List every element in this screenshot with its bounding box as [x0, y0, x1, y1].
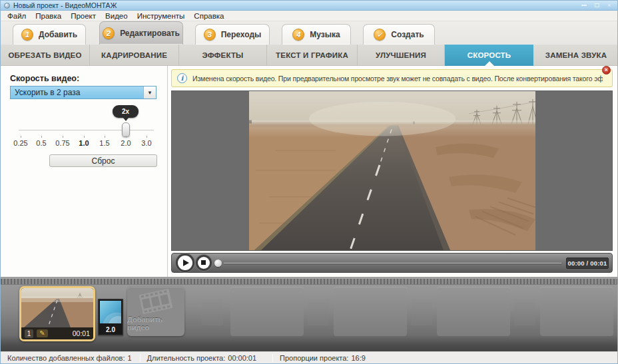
transition-slot [308, 299, 329, 325]
check-icon: ✓ [374, 29, 386, 41]
step-tab-create[interactable]: ✓ Создать [363, 24, 435, 45]
play-button[interactable] [178, 256, 192, 270]
film-perforation-strip [1, 278, 617, 285]
speed-notice: i Изменена скорость видео. При предварит… [171, 69, 613, 87]
transition-slot [202, 299, 223, 325]
timeline-empty-slot[interactable] [540, 287, 613, 336]
step-tab-transitions[interactable]: 3 Переходы [195, 24, 270, 45]
title-bar: Новый проект - ВидеоМОНТАЖ × [1, 1, 617, 11]
speed-dropdown-value: Ускорить в 2 раза [11, 87, 143, 98]
step-1-badge: 1 [21, 29, 33, 41]
clip-duration: 00:01 [73, 329, 90, 337]
tick-1-5: 1.5 [93, 139, 116, 147]
subtab-crop[interactable]: КАДРИРОВАНИЕ [90, 45, 179, 66]
step-4-badge: 4 [292, 29, 304, 41]
subtab-text-graphics[interactable]: ТЕКСТ И ГРАФИКА [267, 45, 358, 66]
play-icon [183, 260, 189, 266]
subtab-audio[interactable]: ЗАМЕНА ЗВУКА [533, 45, 618, 66]
player-bar: 00:00 / 00:01 [171, 253, 613, 273]
files-count-label: Количество добавленных файлов: [7, 354, 125, 362]
timeline-clip-1[interactable]: 1 ✎ 00:01 [19, 286, 95, 341]
menu-help[interactable]: Справка [190, 11, 230, 21]
timeline-empty-slot[interactable] [334, 287, 407, 336]
status-bar: Количество добавленных файлов: 1 Длитель… [1, 351, 617, 363]
minimize-icon[interactable] [579, 2, 589, 9]
timeline-empty-slot[interactable] [230, 287, 304, 336]
film-strip-icon [139, 289, 172, 315]
clip-info-strip: 1 ✎ 00:01 [21, 327, 93, 339]
speed-tooltip: 2x [113, 105, 139, 118]
tick-0-25: 0.25 [9, 139, 32, 147]
menu-file[interactable]: Файл [4, 11, 32, 21]
timeline-empty-slot[interactable] [437, 287, 510, 336]
speed-effect-image [100, 301, 121, 323]
speed-panel-title: Скорость видео: [10, 74, 79, 83]
tick-0-75: 0.75 [51, 139, 74, 147]
menu-video[interactable]: Видео [102, 11, 134, 21]
info-icon: i [177, 73, 187, 83]
subtab-trim[interactable]: ОБРЕЗАТЬ ВИДЕО [1, 45, 90, 66]
preview-panel: i Изменена скорость видео. При предварит… [168, 66, 617, 277]
transition-slot [514, 299, 535, 325]
add-video-label: Добавить видео [127, 315, 184, 331]
app-window: Новый проект - ВидеоМОНТАЖ × Файл Правка… [0, 0, 618, 364]
window-title: Новый проект - ВидеоМОНТАЖ [13, 1, 117, 10]
content-area: Скорость видео: Ускорить в 2 раза ▼ 2x 0… [1, 66, 617, 277]
speed-panel: Скорость видео: Ускорить в 2 раза ▼ 2x 0… [1, 66, 168, 277]
menu-project[interactable]: Проект [67, 11, 102, 21]
reset-button[interactable]: Сброс [49, 154, 157, 167]
notice-text: Изменена скорость видео. При предварител… [192, 75, 603, 83]
menu-edit[interactable]: Правка [32, 11, 67, 21]
notice-close-icon[interactable]: × [602, 66, 611, 75]
maximize-icon[interactable] [592, 2, 601, 9]
step-3-badge: 3 [204, 29, 216, 41]
menu-tools[interactable]: Инструменты [134, 11, 191, 21]
speed-dropdown[interactable]: Ускорить в 2 раза ▼ [10, 86, 156, 99]
tick-3-0: 3.0 [135, 139, 158, 147]
clip-number: 1 [25, 329, 33, 338]
step-2-badge: 2 [103, 27, 115, 39]
timeline: 1 ✎ 00:01 2.0 Добавить видео [1, 277, 617, 351]
subtab-enhance[interactable]: УЛУЧШЕНИЯ [358, 45, 445, 66]
time-display: 00:00 / 00:01 [566, 258, 609, 269]
stop-button[interactable] [198, 257, 210, 269]
files-count-value: 1 [127, 354, 131, 362]
step-tab-add[interactable]: 1 Добавить [13, 24, 86, 45]
step-tab-music[interactable]: 4 Музыка [282, 24, 351, 45]
aspect-ratio-label: Пропорции проекта: [280, 354, 348, 362]
step-tabs: 1 Добавить 2 Редактировать 3 Переходы 4 … [1, 21, 617, 45]
app-icon [4, 3, 10, 9]
chevron-down-icon[interactable]: ▼ [143, 87, 156, 98]
seek-track[interactable] [224, 263, 561, 264]
project-duration-label: Длительность проекта: [147, 354, 226, 362]
clip-thumbnail-image [21, 288, 93, 327]
subtab-effects[interactable]: ЭФФЕКТЫ [179, 45, 267, 66]
tick-1-0: 1.0 [73, 139, 95, 147]
speed-effect-badge[interactable]: 2.0 [98, 299, 123, 335]
speed-slider-handle[interactable] [122, 122, 130, 137]
editor-subtabs: ОБРЕЗАТЬ ВИДЕО КАДРИРОВАНИЕ ЭФФЕКТЫ ТЕКС… [1, 45, 617, 66]
transition-slot [411, 299, 432, 325]
step-tab-edit[interactable]: 2 Редактировать [99, 21, 183, 45]
edit-pencil-icon[interactable]: ✎ [37, 329, 48, 337]
project-duration-value: 00:00:01 [228, 354, 256, 362]
menu-bar: Файл Правка Проект Видео Инструменты Спр… [1, 11, 617, 21]
stop-icon [201, 260, 206, 265]
window-close-icon[interactable]: × [605, 2, 614, 9]
speed-effect-value: 2.0 [99, 326, 123, 333]
speed-slider-track[interactable] [19, 130, 154, 131]
tick-0-5: 0.5 [30, 139, 53, 147]
add-video-button[interactable]: Добавить видео [127, 287, 184, 336]
tick-2-0: 2.0 [115, 139, 137, 147]
subtab-speed[interactable]: СКОРОСТЬ [445, 45, 533, 66]
video-frame-desert-road [249, 91, 535, 250]
video-preview [171, 91, 613, 251]
seek-handle[interactable] [214, 260, 222, 267]
aspect-ratio-value: 16:9 [351, 354, 365, 362]
